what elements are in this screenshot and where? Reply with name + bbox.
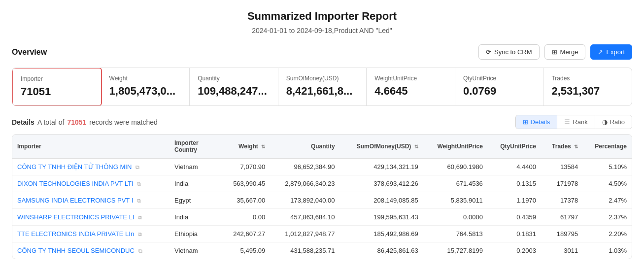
cell-quantity: 457,863,684.10	[270, 209, 339, 226]
cell-importer: DIXON TECHNOLOGIES INDIA PVT LTI ⧉	[12, 175, 169, 192]
col-header-weight[interactable]: Weight ⇅	[221, 135, 270, 159]
table-row: WINSHARP ELECTRONICS PRIVATE LI ⧉ India …	[12, 209, 632, 226]
cell-importer: CÔNG TY TNHH SEOUL SEMICONDUC ⧉	[12, 242, 169, 259]
cell-qtyunitprice: 0.1315	[488, 175, 541, 192]
cell-weight: 7,070.90	[221, 159, 270, 175]
stat-card-trades: Trades 2,531,307	[543, 68, 632, 105]
cell-sumofmoney: 429,134,321.19	[340, 159, 423, 175]
cell-percentage: 1.03%	[583, 242, 632, 259]
importer-link[interactable]: CÔNG TY TNHH SEOUL SEMICONDUC	[17, 247, 135, 254]
cell-weight: 35,667.00	[221, 192, 270, 209]
cell-trades: 61797	[541, 209, 583, 226]
cell-weightunitprice: 15,727.8199	[423, 242, 488, 259]
copy-icon[interactable]: ⧉	[138, 248, 142, 254]
cell-quantity: 1,012,827,948.77	[270, 226, 339, 242]
ratio-icon: ◑	[602, 118, 608, 126]
stat-label-qtyunitprice: QtyUnitPrice	[463, 75, 536, 82]
details-info: Details A total of 71051 records were ma…	[12, 118, 158, 126]
report-subtitle: 2024-01-01 to 2024-09-18,Product AND "Le…	[12, 27, 632, 34]
importer-link[interactable]: CÔNG TY TNHH ĐIỆN TỬ THÔNG MIN	[17, 163, 132, 171]
details-label: Details	[12, 118, 34, 126]
cell-weight: 5,495.09	[221, 242, 270, 259]
cell-percentage: 5.10%	[583, 159, 632, 175]
col-header-sumofmoney[interactable]: SumOfMoney(USD) ⇅	[340, 135, 423, 159]
stat-card-sumofmoney: SumOfMoney(USD) 8,421,661,8...	[278, 68, 367, 105]
stat-value-trades: 2,531,307	[551, 85, 624, 98]
merge-icon: ⊞	[552, 48, 557, 56]
cell-country: Egypt	[169, 192, 221, 209]
cell-percentage: 2.47%	[583, 192, 632, 209]
stat-card-quantity: Quantity 109,488,247...	[190, 68, 278, 105]
copy-icon[interactable]: ⧉	[138, 214, 142, 221]
cell-weight: 563,990.45	[221, 175, 270, 192]
copy-icon[interactable]: ⧉	[137, 198, 141, 204]
cell-weightunitprice: 5,835.9011	[423, 192, 488, 209]
cell-percentage: 4.50%	[583, 175, 632, 192]
table-row: CÔNG TY TNHH SEOUL SEMICONDUC ⧉ Vietnam …	[12, 242, 632, 259]
cell-sumofmoney: 185,492,986.69	[340, 226, 423, 242]
stat-label-quantity: Quantity	[198, 75, 270, 82]
tab-details[interactable]: ⊞ Details	[516, 115, 558, 129]
stat-label-sumofmoney: SumOfMoney(USD)	[286, 75, 359, 82]
cell-qtyunitprice: 4.4400	[488, 159, 541, 175]
cell-sumofmoney: 208,149,085.85	[340, 192, 423, 209]
stat-value-quantity: 109,488,247...	[198, 85, 270, 98]
cell-qtyunitprice: 1.1970	[488, 192, 541, 209]
sync-icon: ⟳	[486, 48, 491, 56]
stat-label-importer: Importer	[21, 75, 93, 82]
importer-link[interactable]: WINSHARP ELECTRONICS PRIVATE LI	[17, 213, 135, 221]
stat-label-weightunitprice: WeightUnitPrice	[374, 75, 447, 82]
cell-weightunitprice: 764.5813	[423, 226, 488, 242]
cell-country: India	[169, 209, 221, 226]
col-header-country: ImporterCountry	[169, 135, 221, 159]
stat-card-weightunitprice: WeightUnitPrice 4.6645	[367, 68, 455, 105]
stat-label-weight: Weight	[109, 75, 182, 82]
copy-icon[interactable]: ⧉	[137, 181, 141, 187]
cell-weight: 242,607.27	[221, 226, 270, 242]
col-header-percentage: Percentage	[583, 135, 632, 159]
cell-sumofmoney: 199,595,631.43	[340, 209, 423, 226]
cell-quantity: 173,892,040.00	[270, 192, 339, 209]
cell-trades: 189795	[541, 226, 583, 242]
stats-row: Importer 71051 Weight 1,805,473,0... Qua…	[12, 68, 632, 106]
cell-qtyunitprice: 0.4359	[488, 209, 541, 226]
merge-button[interactable]: ⊞ Merge	[544, 44, 586, 60]
table-row: CÔNG TY TNHH ĐIỆN TỬ THÔNG MIN ⧉ Vietnam…	[12, 159, 632, 175]
tab-ratio[interactable]: ◑ Ratio	[595, 115, 632, 129]
table-row: SAMSUNG INDIA ELECTRONICS PVT I ⧉ Egypt …	[12, 192, 632, 209]
importer-link[interactable]: DIXON TECHNOLOGIES INDIA PVT LTI	[17, 180, 134, 187]
cell-country: India	[169, 175, 221, 192]
cell-quantity: 2,879,066,340.23	[270, 175, 339, 192]
stat-value-sumofmoney: 8,421,661,8...	[286, 85, 359, 98]
importer-link[interactable]: SAMSUNG INDIA ELECTRONICS PVT I	[17, 197, 133, 204]
cell-trades: 3011	[541, 242, 583, 259]
data-table: Importer ImporterCountry Weight ⇅ Quanti…	[12, 134, 632, 259]
export-button[interactable]: ↗ Export	[590, 44, 632, 60]
sync-crm-button[interactable]: ⟳ Sync to CRM	[478, 44, 540, 60]
stat-value-qtyunitprice: 0.0769	[463, 85, 536, 98]
table-row: DIXON TECHNOLOGIES INDIA PVT LTI ⧉ India…	[12, 175, 632, 192]
cell-weightunitprice: 671.4536	[423, 175, 488, 192]
tab-rank[interactable]: ☰ Rank	[557, 115, 595, 129]
col-header-quantity: Quantity	[270, 135, 339, 159]
cell-quantity: 96,652,384.90	[270, 159, 339, 175]
cell-percentage: 2.20%	[583, 226, 632, 242]
copy-icon[interactable]: ⧉	[138, 231, 142, 238]
cell-trades: 17378	[541, 192, 583, 209]
col-header-importer: Importer	[12, 135, 169, 159]
cell-country: Ethiopia	[169, 226, 221, 242]
col-header-trades[interactable]: Trades ⇅	[541, 135, 583, 159]
cell-trades: 171978	[541, 175, 583, 192]
copy-icon[interactable]: ⧉	[136, 164, 139, 171]
cell-weightunitprice: 60,690.1980	[423, 159, 488, 175]
stat-value-weight: 1,805,473,0...	[109, 85, 182, 98]
cell-importer: WINSHARP ELECTRONICS PRIVATE LI ⧉	[12, 209, 169, 226]
rank-icon: ☰	[564, 118, 570, 126]
cell-weightunitprice: 0.0000	[423, 209, 488, 226]
cell-importer: SAMSUNG INDIA ELECTRONICS PVT I ⧉	[12, 192, 169, 209]
stat-card-qtyunitprice: QtyUnitPrice 0.0769	[455, 68, 544, 105]
importer-link[interactable]: TTE ELECTRONICS INDIA PRIVATE LIn	[17, 230, 134, 238]
cell-sumofmoney: 86,425,861.63	[340, 242, 423, 259]
report-title: Summarized Importer Report	[12, 10, 632, 23]
stat-card-weight: Weight 1,805,473,0...	[102, 68, 190, 105]
